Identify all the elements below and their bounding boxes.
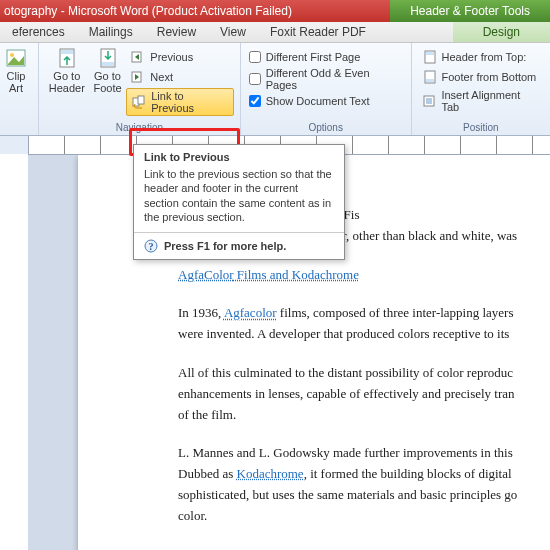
insert-alignment-tab-icon bbox=[422, 93, 438, 109]
goto-header-icon bbox=[57, 48, 77, 68]
svg-rect-13 bbox=[426, 79, 434, 82]
svg-point-1 bbox=[10, 53, 14, 57]
group-options-label: Options bbox=[247, 122, 405, 135]
help-icon: ? bbox=[144, 239, 158, 253]
svg-rect-3 bbox=[61, 50, 73, 54]
svg-rect-9 bbox=[138, 96, 144, 104]
group-position-label: Position bbox=[418, 122, 544, 135]
link-to-previous-button[interactable]: Link to Previous bbox=[126, 88, 233, 116]
footer-from-bottom-field[interactable]: Footer from Bottom bbox=[418, 68, 544, 86]
previous-button[interactable]: Previous bbox=[126, 48, 233, 66]
tooltip: Link to Previous Link to the previous se… bbox=[133, 144, 345, 260]
contextual-tab: Header & Footer Tools bbox=[390, 0, 550, 22]
tab-design[interactable]: Design bbox=[453, 22, 550, 42]
different-first-page-checkbox[interactable]: Different First Page bbox=[247, 50, 405, 64]
show-document-text-checkbox[interactable]: Show Document Text bbox=[247, 94, 405, 108]
clip-art-button[interactable]: Clip Art bbox=[0, 46, 32, 94]
svg-rect-11 bbox=[426, 52, 434, 55]
tab-mailings[interactable]: Mailings bbox=[77, 25, 145, 39]
ribbon-tabs: eferences Mailings Review View Foxit Rea… bbox=[0, 22, 550, 43]
tab-review[interactable]: Review bbox=[145, 25, 208, 39]
tooltip-body: Link to the previous section so that the… bbox=[134, 165, 344, 232]
svg-rect-5 bbox=[102, 62, 114, 66]
doc-name: otography bbox=[4, 4, 57, 18]
tab-view[interactable]: View bbox=[208, 25, 258, 39]
next-button[interactable]: Next bbox=[126, 68, 233, 86]
goto-header-button[interactable]: Go to Header bbox=[45, 46, 89, 116]
goto-footer-icon bbox=[98, 48, 118, 68]
activation-status: (Product Activation Failed) bbox=[152, 4, 292, 18]
tab-foxit[interactable]: Foxit Reader PDF bbox=[258, 25, 378, 39]
link-to-previous-icon bbox=[131, 94, 147, 110]
tooltip-help: ? Press F1 for more help. bbox=[134, 232, 344, 259]
next-icon bbox=[130, 69, 146, 85]
tooltip-title: Link to Previous bbox=[134, 145, 344, 165]
tab-references[interactable]: eferences bbox=[0, 25, 77, 39]
title-bar: otography - Microsoft Word (Product Acti… bbox=[0, 0, 550, 22]
header-from-top-icon bbox=[422, 49, 438, 65]
heading-link: AgfaColor bbox=[178, 267, 234, 282]
clip-art-icon bbox=[6, 48, 26, 68]
ribbon: Clip Art Go to Header Go to Foote Previo… bbox=[0, 43, 550, 136]
insert-alignment-tab-button[interactable]: Insert Alignment Tab bbox=[418, 88, 544, 114]
previous-icon bbox=[130, 49, 146, 65]
footer-from-bottom-icon bbox=[422, 69, 438, 85]
different-odd-even-checkbox[interactable]: Different Odd & Even Pages bbox=[247, 66, 405, 92]
goto-footer-button[interactable]: Go to Foote bbox=[89, 46, 127, 116]
header-from-top-field[interactable]: Header from Top: bbox=[418, 48, 544, 66]
app-name: Microsoft Word bbox=[68, 4, 148, 18]
svg-text:?: ? bbox=[149, 241, 154, 252]
